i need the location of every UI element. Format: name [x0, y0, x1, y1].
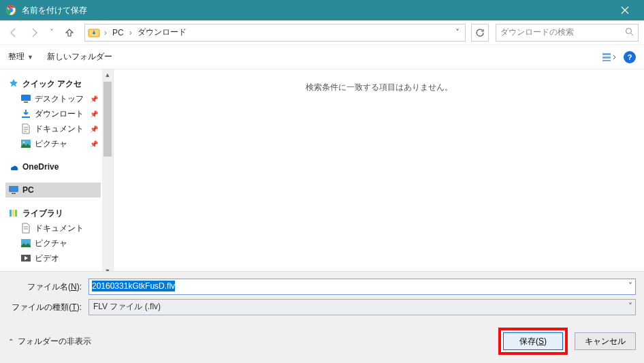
- close-button[interactable]: [611, 0, 639, 20]
- nav-back-icon[interactable]: [5, 25, 22, 41]
- tree-lib-documents[interactable]: ドキュメント: [5, 221, 101, 236]
- help-icon[interactable]: ?: [624, 51, 636, 63]
- titlebar: 名前を付けて保存: [0, 0, 644, 20]
- toolbar: 整理 ▼ 新しいフォルダー ?: [0, 45, 644, 69]
- tree-lib-pictures[interactable]: ピクチャ: [5, 236, 101, 251]
- filetype-label: ファイルの種類(T):: [8, 302, 88, 313]
- onedrive-icon: [8, 161, 19, 172]
- svg-rect-4: [602, 53, 611, 55]
- nav-bar: ˅ › PC › ダウンロード ˅ ダウンロードの検索: [0, 20, 644, 45]
- nav-up-icon[interactable]: [61, 25, 78, 41]
- picture-icon: [20, 238, 31, 249]
- hide-folders-toggle[interactable]: ⌃ フォルダーの非表示: [8, 336, 91, 347]
- library-icon: [8, 208, 19, 219]
- download-icon: [20, 108, 31, 119]
- chevron-right-icon: ›: [129, 28, 132, 37]
- pin-icon: 📌: [90, 110, 98, 118]
- breadcrumb-downloads[interactable]: ダウンロード: [136, 27, 188, 38]
- tree-pictures[interactable]: ピクチャ📌: [5, 136, 101, 151]
- pin-icon: 📌: [90, 140, 98, 148]
- tree-pc[interactable]: PC: [5, 183, 101, 198]
- document-icon: [20, 223, 31, 234]
- svg-rect-8: [24, 101, 28, 103]
- filetype-select[interactable]: FLV ファイル (.flv) ˅: [88, 299, 636, 315]
- tree-libraries[interactable]: ライブラリ: [5, 206, 101, 221]
- tree-desktop[interactable]: デスクトッフ📌: [5, 91, 101, 106]
- tree-downloads[interactable]: ダウンロート📌: [5, 106, 101, 121]
- chrome-icon: [5, 5, 16, 16]
- document-icon: [20, 123, 31, 134]
- refresh-button[interactable]: [471, 24, 489, 42]
- pin-icon: 📌: [90, 125, 98, 133]
- organize-menu[interactable]: 整理 ▼: [8, 51, 33, 63]
- filename-label: ファイル名(N):: [8, 281, 88, 293]
- tree-lib-videos[interactable]: ビデオ: [5, 251, 101, 266]
- svg-rect-15: [15, 210, 17, 217]
- nav-recent-icon[interactable]: ˅: [46, 28, 57, 37]
- save-panel: ファイル名(N): 20160331kGtkFusD.flv ˅ ファイルの種類…: [0, 271, 644, 363]
- desktop-icon: [20, 93, 31, 104]
- filename-input[interactable]: 20160331kGtkFusD.flv ˅: [88, 279, 636, 295]
- svg-rect-7: [21, 95, 31, 101]
- window-title: 名前を付けて保存: [22, 5, 87, 16]
- svg-rect-12: [12, 193, 16, 194]
- breadcrumb-pc[interactable]: PC: [111, 28, 125, 37]
- pc-icon: [8, 185, 19, 195]
- tree-documents[interactable]: ドキュメント📌: [5, 121, 101, 136]
- video-icon: [20, 253, 31, 264]
- svg-rect-5: [602, 57, 611, 59]
- scroll-up-icon[interactable]: ▲: [102, 69, 113, 80]
- tree-quick-access[interactable]: クイック アクセ: [5, 76, 101, 91]
- pin-icon: 📌: [90, 95, 98, 103]
- chevron-down-icon[interactable]: ˅: [628, 281, 632, 291]
- svg-rect-13: [10, 210, 12, 217]
- chevron-up-icon: ⌃: [8, 338, 14, 345]
- scroll-thumb[interactable]: [103, 82, 112, 157]
- view-options-icon[interactable]: [602, 52, 617, 63]
- tree-onedrive[interactable]: OneDrive: [5, 159, 101, 174]
- save-button[interactable]: 保存(S): [503, 332, 563, 350]
- search-input[interactable]: ダウンロードの検索: [496, 24, 639, 42]
- search-placeholder: ダウンロードの検索: [500, 27, 574, 38]
- new-folder-button[interactable]: 新しいフォルダー: [47, 51, 112, 63]
- chevron-right-icon: ›: [104, 28, 107, 37]
- chevron-down-icon[interactable]: ˅: [628, 302, 632, 311]
- nav-tree: クイック アクセ デスクトッフ📌 ダウンロート📌 ドキュメント📌 ピクチャ📌 O…: [0, 69, 114, 277]
- picture-icon: [20, 138, 31, 149]
- search-icon: [625, 27, 634, 38]
- chevron-down-icon: ▼: [27, 54, 33, 61]
- svg-rect-6: [602, 60, 611, 61]
- highlight-annotation: 保存(S): [498, 328, 568, 355]
- address-dropdown-icon[interactable]: ˅: [453, 28, 462, 37]
- address-bar[interactable]: › PC › ダウンロード ˅: [84, 24, 466, 42]
- downloads-folder-icon: [88, 27, 100, 39]
- star-icon: [8, 78, 19, 89]
- svg-rect-11: [9, 186, 18, 192]
- cancel-button[interactable]: キャンセル: [575, 332, 636, 350]
- file-list-empty: 検索条件に一致する項目はありません。: [114, 69, 644, 277]
- nav-forward-icon[interactable]: [26, 25, 42, 41]
- svg-point-3: [626, 28, 632, 33]
- svg-point-10: [23, 142, 25, 144]
- svg-rect-14: [12, 210, 14, 217]
